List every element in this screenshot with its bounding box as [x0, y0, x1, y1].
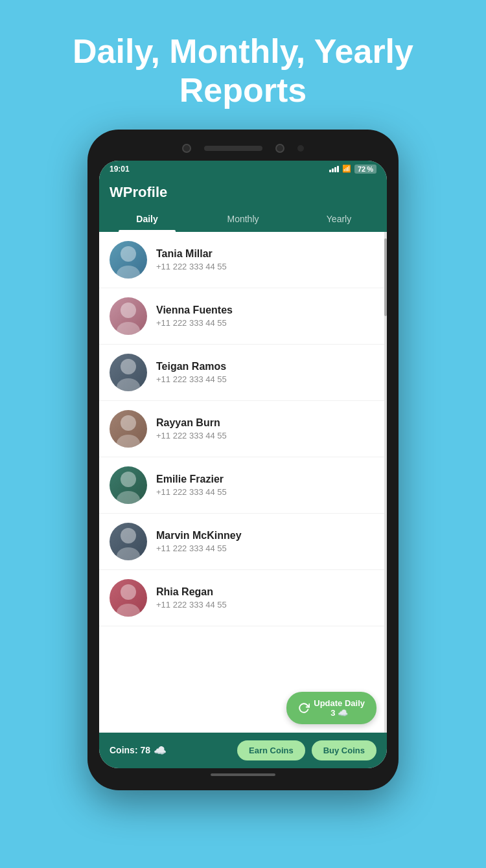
contact-name: Rhia Regan [156, 586, 376, 598]
svg-point-10 [121, 528, 136, 543]
contact-info: Marvin McKinney+11 222 333 44 55 [156, 530, 376, 553]
list-item[interactable]: Teigan Ramos+11 222 333 44 55 [99, 345, 387, 401]
update-daily-label: Update Daily 3 ☁️ [314, 698, 365, 718]
list-item[interactable]: Tania Millar+11 222 333 44 55 [99, 232, 387, 288]
svg-point-0 [121, 246, 136, 262]
contact-name: Rayyan Burn [156, 417, 376, 429]
tab-yearly[interactable]: Yearly [291, 206, 387, 232]
avatar [110, 297, 147, 335]
scrollbar-track [384, 232, 387, 733]
list-item[interactable]: Emilie Frazier+11 222 333 44 55 [99, 457, 387, 514]
signal-icon [329, 166, 339, 172]
contact-phone: +11 222 333 44 55 [156, 374, 376, 384]
contacts-list: Tania Millar+11 222 333 44 55 Vienna Fue… [99, 232, 387, 733]
contact-name: Emilie Frazier [156, 474, 376, 485]
status-time: 19:01 [110, 165, 130, 174]
list-item[interactable]: Rayyan Burn+11 222 333 44 55 [99, 401, 387, 457]
svg-point-11 [117, 547, 140, 560]
phone-camera-left [182, 144, 191, 153]
earn-coins-button[interactable]: Earn Coins [237, 740, 305, 760]
contact-phone: +11 222 333 44 55 [156, 431, 376, 440]
phone-shell: 19:01 📶 72% WProfile Daily Monthly [87, 130, 399, 790]
avatar [110, 354, 147, 391]
status-icons: 📶 72% [329, 165, 376, 174]
phone-speaker [204, 146, 262, 151]
bottom-bar: Coins: 78 ☁️ Earn Coins Buy Coins [99, 733, 387, 768]
list-item[interactable]: Rhia Regan+11 222 333 44 55 [99, 570, 387, 626]
contact-phone: +11 222 333 44 55 [156, 318, 376, 328]
contact-phone: +11 222 333 44 55 [156, 262, 376, 271]
status-bar: 19:01 📶 72% [99, 161, 387, 177]
svg-point-7 [117, 435, 140, 448]
avatar [110, 241, 147, 279]
phone-camera-right [275, 144, 284, 153]
buy-coins-button[interactable]: Buy Coins [312, 740, 376, 760]
bottom-actions: Earn Coins Buy Coins [237, 740, 376, 760]
contact-name: Vienna Fuentes [156, 304, 376, 316]
svg-point-5 [117, 378, 140, 391]
contact-name: Tania Millar [156, 248, 376, 260]
contact-phone: +11 222 333 44 55 [156, 600, 376, 610]
avatar [110, 579, 147, 617]
contact-info: Rayyan Burn+11 222 333 44 55 [156, 417, 376, 440]
coin-cloud-icon: ☁️ [154, 744, 167, 757]
list-item[interactable]: Vienna Fuentes+11 222 333 44 55 [99, 288, 387, 345]
tab-monthly[interactable]: Monthly [195, 206, 291, 232]
contact-name: Teigan Ramos [156, 361, 376, 372]
page-title: Daily, Monthly, Yearly Reports [47, 32, 439, 110]
phone-top-bar [99, 141, 387, 155]
coins-display: Coins: 78 ☁️ [110, 744, 167, 757]
update-daily-button[interactable]: Update Daily 3 ☁️ [286, 692, 376, 724]
home-bar [211, 773, 275, 776]
svg-point-8 [121, 472, 136, 487]
tab-daily[interactable]: Daily [99, 206, 195, 232]
svg-point-12 [121, 584, 136, 600]
scrollbar-thumb [384, 238, 387, 316]
contact-info: Tania Millar+11 222 333 44 55 [156, 248, 376, 271]
phone-sensor [297, 145, 304, 152]
refresh-icon [298, 702, 310, 714]
phone-home-area [99, 768, 387, 779]
list-item[interactable]: Marvin McKinney+11 222 333 44 55 [99, 514, 387, 570]
tabs-row: Daily Monthly Yearly [99, 206, 387, 232]
svg-point-4 [121, 359, 136, 374]
phone-screen: 19:01 📶 72% WProfile Daily Monthly [99, 161, 387, 768]
contact-info: Rhia Regan+11 222 333 44 55 [156, 586, 376, 610]
app-header: WProfile [99, 177, 387, 206]
app-title: WProfile [110, 184, 376, 206]
wifi-icon: 📶 [342, 165, 351, 173]
avatar [110, 466, 147, 504]
svg-point-13 [117, 604, 140, 617]
svg-point-2 [121, 303, 136, 318]
avatar [110, 410, 147, 448]
contact-name: Marvin McKinney [156, 530, 376, 542]
contact-phone: +11 222 333 44 55 [156, 487, 376, 497]
contact-info: Teigan Ramos+11 222 333 44 55 [156, 361, 376, 384]
svg-point-6 [121, 415, 136, 431]
svg-point-1 [117, 266, 140, 279]
contact-info: Emilie Frazier+11 222 333 44 55 [156, 474, 376, 497]
avatar [110, 523, 147, 560]
svg-point-9 [117, 491, 140, 504]
contact-phone: +11 222 333 44 55 [156, 543, 376, 553]
contact-info: Vienna Fuentes+11 222 333 44 55 [156, 304, 376, 328]
battery-icon: 72% [354, 165, 376, 174]
svg-point-3 [117, 322, 140, 335]
